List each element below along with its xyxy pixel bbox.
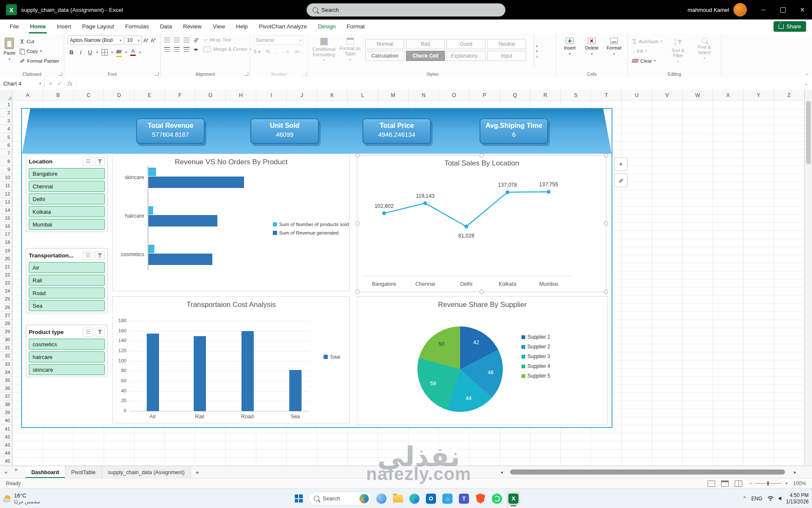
column-header-A[interactable]: A xyxy=(13,90,43,101)
page-break-view-icon[interactable] xyxy=(735,480,742,487)
taskbar-search[interactable]: Search xyxy=(308,491,372,505)
copy-button[interactable]: Copy▾ xyxy=(18,47,60,55)
row-header-14[interactable]: 14 xyxy=(0,206,12,214)
font-color-button[interactable]: A xyxy=(130,48,136,56)
selection-handle[interactable] xyxy=(355,153,359,157)
menu-tab-page-layout[interactable]: Page Layout xyxy=(77,19,120,33)
select-all-corner[interactable] xyxy=(0,90,13,101)
row-header-38[interactable]: 38 xyxy=(0,400,12,409)
cell-style-calculation[interactable]: Calculation xyxy=(365,51,404,61)
column-header-M[interactable]: M xyxy=(378,90,409,101)
selection-handle[interactable] xyxy=(604,153,608,157)
row-header-9[interactable]: 9 xyxy=(0,166,12,174)
slicer-item-sea[interactable]: Sea xyxy=(29,300,105,311)
shrink-font-button[interactable]: A▾ xyxy=(150,37,156,44)
chart-styles-button[interactable] xyxy=(614,174,628,187)
slicer-item-chennai[interactable]: Chennai xyxy=(29,181,105,192)
column-header-B[interactable]: B xyxy=(43,90,74,101)
align-left-icon[interactable] xyxy=(164,47,170,52)
row-header-20[interactable]: 20 xyxy=(0,255,12,263)
row-header-35[interactable]: 35 xyxy=(0,376,12,384)
share-button[interactable]: Share xyxy=(774,21,806,32)
formula-bar-expand-chevron[interactable]: ⌄ xyxy=(804,81,808,86)
titlebar-search[interactable]: Search xyxy=(307,3,505,17)
zoom-level[interactable]: 100% xyxy=(793,480,806,486)
user-name[interactable]: mahmoud Kamel xyxy=(688,7,729,13)
selection-handle[interactable] xyxy=(604,290,608,294)
row-header-25[interactable]: 25 xyxy=(0,295,12,303)
tray-chevron[interactable]: ⌃ xyxy=(743,496,747,502)
align-center-icon[interactable] xyxy=(174,47,180,52)
column-header-R[interactable]: R xyxy=(530,90,561,101)
row-header-6[interactable]: 6 xyxy=(0,141,12,149)
row-header-36[interactable]: 36 xyxy=(0,384,12,392)
selection-handle[interactable] xyxy=(355,290,359,294)
row-header-5[interactable]: 5 xyxy=(0,133,12,141)
conditional-formatting-button[interactable]: ConditionalFormatting▾ xyxy=(312,36,336,67)
row-header-21[interactable]: 21 xyxy=(0,263,12,271)
menu-tab-pivotchart-analyze[interactable]: PivotChart Analyze xyxy=(253,19,313,33)
slicer-multiselect-icon[interactable] xyxy=(83,157,93,166)
row-header-29[interactable]: 29 xyxy=(0,328,12,336)
volume-icon[interactable] xyxy=(779,497,782,500)
chart-elements-button[interactable]: + xyxy=(614,157,628,171)
orientation-button[interactable]: ab xyxy=(192,36,200,43)
menu-tab-file[interactable]: File xyxy=(4,19,25,33)
underline-button[interactable]: U xyxy=(87,49,93,55)
chart-revenue-share-by-supplier[interactable]: 4246445950Supplier 1Supplier 2Supplier 3… xyxy=(357,296,608,425)
bar-products-sold-cosmetics[interactable] xyxy=(148,245,154,253)
slicer-item-skincare[interactable]: skincare xyxy=(29,364,105,375)
grow-font-button[interactable]: A▴ xyxy=(143,37,149,44)
column-header-L[interactable]: L xyxy=(348,90,378,101)
menu-tab-home[interactable]: Home xyxy=(25,19,52,33)
delete-cells-button[interactable]: Delete▾ xyxy=(582,36,601,67)
row-header-44[interactable]: 44 xyxy=(0,449,12,457)
slicer-clear-filter-icon[interactable] xyxy=(95,157,105,166)
row-header-7[interactable]: 7 xyxy=(0,149,12,157)
row-header-34[interactable]: 34 xyxy=(0,368,12,376)
cell-style-neutral[interactable]: Neutral xyxy=(487,39,526,49)
bold-button[interactable]: B xyxy=(69,49,74,55)
cell-style-bad[interactable]: Bad xyxy=(406,39,445,49)
fill-button[interactable]: ↓Fill▾ xyxy=(631,47,664,55)
sheet-tab-pivottable[interactable]: PivotTable xyxy=(65,466,102,478)
align-bottom-icon[interactable] xyxy=(184,38,189,42)
row-header-42[interactable]: 42 xyxy=(0,433,12,441)
language-indicator[interactable]: ENG xyxy=(752,496,763,502)
wifi-icon[interactable] xyxy=(767,496,774,501)
merge-center-button[interactable]: ↔Merge & Center▾ xyxy=(202,45,252,54)
sheet-nav-left[interactable]: ◂ xyxy=(0,466,11,478)
alignment-dialog-launcher-icon[interactable] xyxy=(244,72,248,76)
clock[interactable]: 4:50 PM 1/13/2026 xyxy=(786,492,809,505)
row-header-37[interactable]: 37 xyxy=(0,392,12,400)
column-header-Y[interactable]: Y xyxy=(743,90,774,101)
column-header-C[interactable]: C xyxy=(74,90,104,101)
menu-tab-data[interactable]: Data xyxy=(154,19,178,33)
slicer-multiselect-icon[interactable] xyxy=(83,251,93,260)
selection-handle[interactable] xyxy=(355,221,359,226)
column-header-Q[interactable]: Q xyxy=(500,90,530,101)
comma-style-button[interactable]: , xyxy=(275,49,277,55)
excel-app-icon[interactable]: X xyxy=(6,4,17,15)
minimize-button[interactable]: ─ xyxy=(754,0,773,19)
indent-buttons[interactable]: ◂▸ xyxy=(193,46,198,52)
row-header-17[interactable]: 17 xyxy=(0,230,12,238)
bar-sea[interactable] xyxy=(289,370,302,411)
slicer-item-bangalore[interactable]: Bangalore xyxy=(29,168,105,179)
add-sheet-button[interactable]: + xyxy=(191,466,203,478)
format-cells-button[interactable]: Format▾ xyxy=(604,36,624,67)
column-header-K[interactable]: K xyxy=(317,90,348,101)
slicer-item-delhi[interactable]: Delhi xyxy=(29,193,105,204)
row-header-41[interactable]: 41 xyxy=(0,425,12,433)
row-header-22[interactable]: 22 xyxy=(0,271,12,279)
row-header-43[interactable]: 43 xyxy=(0,441,12,449)
column-header-J[interactable]: J xyxy=(287,90,317,101)
row-header-16[interactable]: 16 xyxy=(0,222,12,230)
zoom-slider-knob[interactable] xyxy=(767,481,769,486)
row-header-4[interactable]: 4 xyxy=(0,125,12,133)
selection-handle[interactable] xyxy=(480,290,484,294)
number-format-select[interactable]: General▾ xyxy=(254,36,304,45)
column-header-W[interactable]: W xyxy=(683,90,713,101)
percent-style-button[interactable]: % xyxy=(266,49,270,55)
kpi-card-unit-sold[interactable]: Unit Sold46099 xyxy=(250,119,319,144)
